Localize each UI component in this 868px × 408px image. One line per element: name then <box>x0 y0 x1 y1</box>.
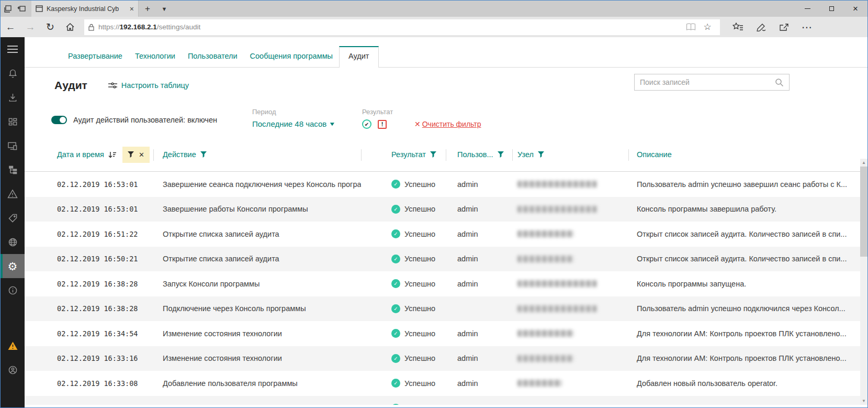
tags-icon[interactable] <box>1 206 25 230</box>
forward-icon[interactable]: → <box>20 17 40 37</box>
dashboard-grid-icon[interactable] <box>1 109 25 134</box>
reading-view-icon[interactable] <box>682 23 699 31</box>
search-icon[interactable] <box>775 78 784 87</box>
sort-descending-icon[interactable] <box>108 151 116 158</box>
column-header-description: Описание <box>628 138 867 171</box>
result-error-filter-icon[interactable]: ! <box>378 120 387 129</box>
home-icon[interactable] <box>60 17 80 37</box>
cell-node <box>512 206 628 213</box>
hub-favorites-icon[interactable] <box>726 17 749 37</box>
tab-users[interactable]: Пользователи <box>182 47 244 67</box>
configure-table-button[interactable]: Настроить таблицу <box>108 81 189 90</box>
set-tabs-aside-icon[interactable] <box>15 1 29 17</box>
browser-tab-strip: Kaspersky Industrial Cyb × + ▼ × <box>1 1 867 17</box>
tab-audit[interactable]: Аудит <box>339 46 378 68</box>
scroll-down-icon[interactable]: ▼ <box>860 397 867 405</box>
audit-table-body: 02.12.2019 16:53:01Завершение сеанса под… <box>25 172 867 405</box>
cell-node <box>512 330 628 337</box>
browser-toolbar: ← → ↻ https://192.168.2.1/settings/audit… <box>1 17 867 37</box>
maximize-button[interactable] <box>819 1 843 17</box>
menu-icon[interactable] <box>1 37 25 61</box>
clear-filter-link[interactable]: ✕ Очистить фильтр <box>414 120 481 128</box>
cell-user: admin <box>446 379 512 388</box>
filter-funnel-icon[interactable] <box>498 151 504 158</box>
table-header: Дата и время ✕ Действие Результат По <box>25 138 867 172</box>
cell-description: Открыт список записей аудита. Количество… <box>628 230 867 238</box>
cell-node <box>512 355 628 362</box>
assets-devices-icon[interactable] <box>1 134 25 158</box>
search-input[interactable] <box>640 78 775 86</box>
table-row[interactable]: 02.12.2019 16:53:01Завершение сеанса под… <box>25 172 867 197</box>
new-tab-button[interactable]: + <box>139 1 156 17</box>
active-filter-chip[interactable]: ✕ <box>122 147 150 163</box>
tab-list-chevron-icon[interactable]: ▼ <box>156 1 172 17</box>
account-user-icon[interactable] <box>1 358 25 382</box>
redacted-node-value <box>517 181 597 188</box>
table-row[interactable]: 02.12.2019 16:51:22Открытие списка запис… <box>25 222 867 247</box>
column-header-result[interactable]: Результат <box>361 138 446 171</box>
minimize-button[interactable] <box>795 1 819 17</box>
page-header: Аудит Настроить таблицу <box>25 68 867 103</box>
scrollbar-thumb[interactable] <box>860 167 867 257</box>
table-row[interactable]: 02.12.2019 16:33:16Изменение состояния т… <box>25 346 867 371</box>
more-menu-icon[interactable]: ⋯ <box>795 17 818 37</box>
period-label: Период <box>252 108 335 116</box>
table-row[interactable]: 02.12.2019 16:34:54Изменение состояния т… <box>25 321 867 346</box>
filter-funnel-icon[interactable] <box>200 151 207 158</box>
success-check-icon: ✓ <box>391 279 400 288</box>
alerts-warning-icon[interactable] <box>1 334 25 358</box>
table-row[interactable]: 02.12.2019 16:53:01Завершение работы Кон… <box>25 197 867 222</box>
cell-datetime: 02.12.2019 16:38:28 <box>54 280 153 288</box>
download-icon[interactable] <box>1 85 25 109</box>
refresh-icon[interactable]: ↻ <box>40 17 60 37</box>
filter-funnel-icon[interactable] <box>430 151 436 158</box>
cell-user: admin <box>446 255 512 263</box>
cell-result: ✓Успешно <box>361 329 446 338</box>
app-sidebar: ⚙ <box>1 37 25 408</box>
table-row[interactable]: 02.12.2019 16:33:08Добавление пользовате… <box>25 371 867 396</box>
filter-funnel-icon[interactable] <box>538 151 544 158</box>
settings-gear-icon[interactable]: ⚙ <box>1 254 25 278</box>
share-icon[interactable] <box>772 17 795 37</box>
browser-tab[interactable]: Kaspersky Industrial Cyb × <box>31 1 139 17</box>
table-row[interactable]: 02.12.2019 16:38:28Запуск Консоли програ… <box>25 271 867 296</box>
network-tree-icon[interactable] <box>1 158 25 182</box>
vertical-scrollbar[interactable]: ▲ ▼ <box>860 159 867 405</box>
browser-window: Kaspersky Industrial Cyb × + ▼ × ← → ↻ h… <box>0 0 868 408</box>
column-header-user[interactable]: Пользов... <box>446 138 512 171</box>
cell-action: Изменение состояния технологии <box>153 354 361 362</box>
back-icon[interactable]: ← <box>1 17 20 37</box>
cell-node <box>512 230 628 237</box>
column-header-datetime[interactable]: Дата и время ✕ <box>54 138 153 171</box>
add-favorite-star-icon[interactable]: ☆ <box>699 21 716 32</box>
address-bar[interactable]: https://192.168.2.1/settings/audit ☆ <box>84 19 720 35</box>
events-warning-outline-icon[interactable] <box>1 182 25 206</box>
tab-preview-icon[interactable] <box>1 1 15 17</box>
table-row[interactable]: 02.12.2019 16:50:21Открытие списка запис… <box>25 247 867 272</box>
redacted-node-value <box>517 305 597 312</box>
success-check-icon: ✓ <box>391 354 400 363</box>
column-header-action[interactable]: Действие <box>153 138 361 171</box>
scroll-up-icon[interactable]: ▲ <box>860 159 867 167</box>
period-filter: Период Последние 48 часов▼ <box>252 108 335 128</box>
cell-datetime: 02.12.2019 16:34:54 <box>54 329 153 338</box>
audit-toggle[interactable] <box>51 116 67 124</box>
web-note-pen-icon[interactable] <box>749 17 772 37</box>
table-row[interactable]: 02.12.2019 16:38:28Подключение через Кон… <box>25 296 867 322</box>
cell-datetime: 02.12.2019 16:53:01 <box>54 180 153 189</box>
period-dropdown[interactable]: Последние 48 часов▼ <box>252 119 335 128</box>
tab-app-messages[interactable]: Сообщения программы <box>244 47 339 67</box>
column-header-node[interactable]: Узел <box>512 138 628 171</box>
about-info-icon[interactable] <box>1 278 25 302</box>
tab-deployment[interactable]: Развертывание <box>62 47 129 67</box>
result-success-filter-icon[interactable]: ✔ <box>362 119 371 129</box>
tab-title: Kaspersky Industrial Cyb <box>47 5 126 13</box>
cell-action: Завершение сеанса подключения через Конс… <box>153 180 361 189</box>
network-globe-icon[interactable] <box>1 230 25 254</box>
tab-technologies[interactable]: Технологии <box>129 47 182 67</box>
table-row[interactable]: ✓Успешно <box>25 396 867 405</box>
remove-filter-icon[interactable]: ✕ <box>139 151 144 159</box>
notifications-bell-icon[interactable] <box>1 61 25 85</box>
tab-close-icon[interactable]: × <box>130 5 134 13</box>
close-button[interactable]: × <box>843 1 867 17</box>
